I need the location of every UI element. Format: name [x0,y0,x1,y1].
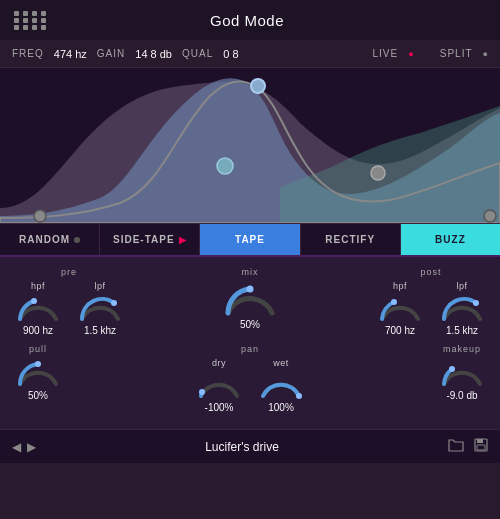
svg-point-14 [449,366,455,372]
pre-lpf-label: lpf [94,281,105,291]
svg-point-2 [217,158,233,174]
qual-value: 0 8 [223,48,238,60]
pull-label: pull [29,344,47,354]
wet-label: wet [273,358,289,368]
mix-value: 50% [240,319,260,330]
header: God Mode [0,0,500,40]
post-group: post hpf 700 hz lpf [376,267,486,336]
svg-point-7 [111,300,117,306]
pan-group: pan dry -100% wet [195,344,305,413]
prev-button[interactable]: ◀ [12,440,21,454]
pre-hpf-knob[interactable]: hpf 900 hz [14,281,62,336]
makeup-group: makeup -9.0 db [438,344,486,401]
mode-tape-label: TAPE [235,234,265,245]
pre-hpf-value: 900 hz [23,325,53,336]
pre-hpf-arc [14,293,62,323]
pre-group: pre hpf 900 hz lpf [14,267,124,336]
makeup-label: makeup [443,344,481,354]
folder-icon[interactable] [448,438,464,455]
mode-random-label: RANDOM [19,234,70,245]
mode-buzz-label: BUZZ [435,234,466,245]
svg-point-11 [35,361,41,367]
pre-knob-pair: hpf 900 hz lpf 1.5 khz [14,281,124,336]
makeup-knob[interactable]: -9.0 db [438,358,486,401]
post-hpf-arc [376,293,424,323]
post-label: post [420,267,441,277]
split-label: SPLIT [440,48,473,59]
mix-label: mix [242,267,259,277]
mode-buzz[interactable]: BUZZ [401,224,500,255]
mode-side-tape-label: SIDE-TAPE [113,234,175,245]
svg-point-3 [251,79,265,93]
pull-group: pull 50% [14,344,62,401]
svg-point-13 [296,393,302,399]
mode-rectify-label: RECTIFY [325,234,375,245]
wet-arc [257,370,305,400]
freq-label: FREQ [12,48,44,59]
svg-rect-17 [477,445,485,450]
pull-arc [14,358,62,388]
bottom-action-icons [448,438,488,455]
dry-value: -100% [205,402,234,413]
next-button[interactable]: ▶ [27,440,36,454]
post-lpf-knob[interactable]: lpf 1.5 khz [438,281,486,336]
wet-knob[interactable]: wet 100% [257,358,305,413]
svg-point-12 [199,389,205,395]
gain-value: 14 8 db [135,48,172,60]
post-hpf-knob[interactable]: hpf 700 hz [376,281,424,336]
qual-label: QUAL [182,48,213,59]
nav-arrows: ◀ ▶ [12,440,36,454]
svg-point-10 [473,300,479,306]
post-hpf-label: hpf [393,281,407,291]
mode-random[interactable]: RANDOM [0,224,100,255]
split-dot-icon: ● [483,49,488,59]
wet-value: 100% [268,402,294,413]
bottom-bar: ◀ ▶ Lucifer's drive [0,429,500,463]
bottom-controls-row: pull 50% pan dry [14,344,486,413]
live-dot-icon: ● [408,49,413,59]
mode-side-tape[interactable]: SIDE-TAPE ▶ [100,224,200,255]
svg-point-1 [34,210,46,222]
svg-rect-16 [477,439,483,443]
mix-knob[interactable]: 50% [222,281,278,330]
mode-tape[interactable]: TAPE [200,224,300,255]
pre-lpf-knob[interactable]: lpf 1.5 khz [76,281,124,336]
pre-lpf-arc [76,293,124,323]
post-lpf-value: 1.5 khz [446,325,478,336]
eq-svg [0,68,500,223]
svg-point-4 [371,166,385,180]
pre-lpf-value: 1.5 khz [84,325,116,336]
pre-hpf-label: hpf [31,281,45,291]
random-dot-icon [74,237,80,243]
eq-visualizer [0,68,500,223]
makeup-value: -9.0 db [446,390,477,401]
pan-label: pan [241,344,259,354]
preset-title: Lucifer's drive [36,440,448,454]
pull-value: 50% [28,390,48,401]
mix-arc [222,281,278,317]
freq-bar: FREQ 474 hz GAIN 14 8 db QUAL 0 8 LIVE ●… [0,40,500,68]
side-tape-arrow-icon: ▶ [179,235,187,245]
controls-section: pre hpf 900 hz lpf [0,257,500,429]
svg-point-9 [391,299,397,305]
save-icon[interactable] [474,438,488,455]
pre-label: pre [61,267,77,277]
dry-knob[interactable]: dry -100% [195,358,243,413]
dry-wet-pair: dry -100% wet 100% [195,358,305,413]
svg-point-8 [247,286,254,293]
post-lpf-arc [438,293,486,323]
makeup-arc [438,358,486,388]
dry-arc [195,370,243,400]
post-knob-pair: hpf 700 hz lpf 1.5 khz [376,281,486,336]
live-label: LIVE [373,48,399,59]
mode-rectify[interactable]: RECTIFY [301,224,401,255]
svg-point-5 [484,210,496,222]
dry-label: dry [212,358,226,368]
mix-group: mix 50% [222,267,278,330]
pull-knob[interactable]: 50% [14,358,62,401]
gain-label: GAIN [97,48,125,59]
freq-value: 474 hz [54,48,87,60]
freqbar-right: LIVE ● SPLIT ● [373,48,488,60]
mode-bar: RANDOM SIDE-TAPE ▶ TAPE RECTIFY BUZZ [0,223,500,257]
post-lpf-label: lpf [456,281,467,291]
